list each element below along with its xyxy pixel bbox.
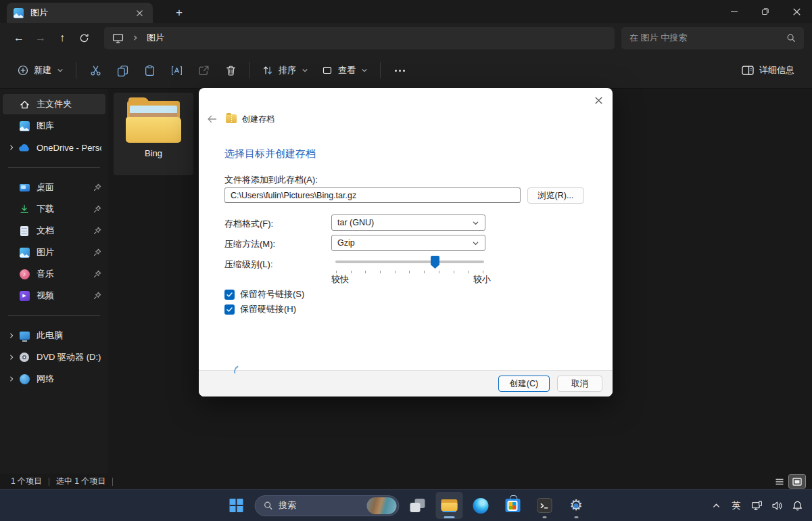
folder-icon: [126, 101, 181, 143]
expand-chevron-icon[interactable]: [5, 332, 18, 339]
archive-format-label: 存档格式(F):: [224, 218, 273, 230]
pictures-icon: [18, 248, 31, 258]
close-window-button[interactable]: [781, 0, 812, 23]
rename-icon: [171, 65, 183, 76]
dialog-footer: 创建(C) 取消: [199, 370, 613, 397]
status-bar: 1 个项目 选中 1 个项目: [0, 474, 812, 489]
search-icon: [786, 33, 796, 43]
new-button[interactable]: 新建: [11, 59, 70, 82]
plus-circle-icon: [18, 65, 28, 76]
share-button[interactable]: [190, 59, 217, 82]
address-bar[interactable]: 图片: [104, 27, 615, 49]
rename-button[interactable]: [163, 59, 190, 82]
task-view-button[interactable]: [404, 492, 431, 519]
explorer-tab[interactable]: 图片: [7, 3, 153, 23]
network-tray-button[interactable]: [747, 493, 766, 518]
dialog-close-button[interactable]: [588, 91, 608, 109]
cut-button[interactable]: [82, 59, 109, 82]
minimize-button[interactable]: [719, 0, 750, 23]
edge-button[interactable]: [467, 492, 494, 519]
view-label: 查看: [338, 64, 356, 76]
sort-icon: [262, 65, 273, 76]
sidebar-item-documents[interactable]: 文档: [3, 221, 105, 241]
settings-button[interactable]: [563, 492, 590, 519]
sidebar-item-downloads[interactable]: 下载: [3, 199, 105, 219]
taskbar-search-label: 搜索: [279, 499, 360, 512]
create-button[interactable]: 创建(C): [498, 376, 550, 392]
view-button[interactable]: 查看: [315, 59, 375, 82]
list-view-toggle[interactable]: [771, 475, 788, 488]
folder-item-bing[interactable]: Bing: [114, 93, 193, 175]
tab-label: 图片: [30, 7, 126, 19]
sidebar-item-music[interactable]: 音乐: [3, 264, 105, 284]
sidebar-item-desktop[interactable]: 桌面: [3, 177, 105, 198]
sidebar-item-onedrive[interactable]: OneDrive - Perso: [3, 137, 105, 158]
preserve-hardlinks-checkbox[interactable]: [224, 304, 235, 315]
cancel-button[interactable]: 取消: [557, 376, 602, 392]
sidebar-item-dvd-drive[interactable]: DVD 驱动器 (D:) C: [3, 347, 105, 367]
up-button[interactable]: ↑: [51, 27, 73, 49]
thumbnail-view-toggle[interactable]: [789, 475, 805, 488]
home-icon: [18, 99, 31, 110]
delete-button[interactable]: [217, 59, 244, 82]
compression-method-value: Gzip: [337, 238, 355, 248]
file-explorer-button[interactable]: [435, 492, 462, 519]
terminal-button[interactable]: [531, 492, 558, 519]
taskbar-search[interactable]: 搜索: [254, 495, 399, 516]
search-highlight-image: [366, 497, 396, 514]
more-options-button[interactable]: [386, 59, 413, 82]
tab-close-icon[interactable]: [133, 6, 146, 20]
sidebar-item-pictures[interactable]: 图片: [3, 242, 105, 263]
volume-tray-button[interactable]: [767, 493, 786, 518]
windows-logo-icon: [229, 499, 243, 512]
archive-format-select[interactable]: tar (GNU): [331, 214, 485, 231]
details-pane-button[interactable]: 详细信息: [735, 59, 801, 82]
details-label: 详细信息: [759, 64, 794, 76]
sidebar-item-home[interactable]: 主文件夹: [3, 94, 105, 114]
archive-path-input[interactable]: [224, 187, 521, 203]
selection-count: 选中 1 个项目: [56, 476, 105, 487]
copy-button[interactable]: [109, 59, 136, 82]
browse-button[interactable]: 浏览(R)...: [527, 187, 584, 204]
tray-overflow-button[interactable]: [707, 493, 725, 518]
microsoft-store-button[interactable]: [499, 492, 526, 519]
search-icon: [263, 501, 272, 510]
cut-icon: [90, 65, 101, 76]
more-icon: [395, 70, 405, 72]
preserve-symlinks-checkbox[interactable]: [224, 290, 235, 300]
chevron-up-icon: [712, 501, 721, 510]
back-button[interactable]: ←: [8, 27, 30, 49]
paste-button[interactable]: [136, 59, 163, 82]
dialog-heading: 选择目标并创建存档: [224, 148, 316, 160]
expand-chevron-icon[interactable]: [5, 376, 18, 382]
refresh-button[interactable]: [73, 27, 95, 49]
notifications-button[interactable]: [788, 493, 807, 518]
sidebar-item-gallery[interactable]: 图库: [3, 116, 105, 136]
sort-button[interactable]: 排序: [256, 59, 315, 82]
start-button[interactable]: [222, 492, 249, 519]
forward-button[interactable]: →: [30, 27, 51, 49]
onedrive-icon: [18, 143, 31, 152]
paste-icon: [144, 65, 156, 76]
slider-track[interactable]: [335, 260, 484, 263]
sidebar-item-network[interactable]: 网络: [3, 369, 105, 389]
sidebar-item-videos[interactable]: 视频: [3, 286, 105, 306]
compression-method-select[interactable]: Gzip: [331, 235, 485, 251]
restore-button[interactable]: [750, 0, 781, 23]
expand-chevron-icon[interactable]: [5, 144, 18, 151]
store-icon: [505, 499, 520, 512]
settings-gear-icon: [568, 497, 584, 514]
new-tab-button[interactable]: [170, 5, 188, 21]
chevron-down-icon: [472, 219, 479, 227]
create-archive-dialog: 创建存档 选择目标并创建存档 文件将添加到此存档(A): 浏览(R)... 存档…: [199, 88, 613, 397]
ime-indicator[interactable]: 英: [727, 493, 746, 518]
breadcrumb-current[interactable]: 图片: [147, 32, 164, 44]
sidebar-item-this-pc[interactable]: 此电脑: [3, 325, 105, 346]
slider-thumb[interactable]: [431, 256, 439, 269]
loading-spinner: [232, 363, 248, 380]
thumbnail-view-icon: [792, 478, 802, 486]
expand-chevron-icon[interactable]: [5, 354, 18, 361]
toolbar-divider: [76, 62, 76, 78]
search-box[interactable]: 在 图片 中搜索: [621, 27, 804, 49]
dialog-back-button[interactable]: [207, 114, 218, 124]
